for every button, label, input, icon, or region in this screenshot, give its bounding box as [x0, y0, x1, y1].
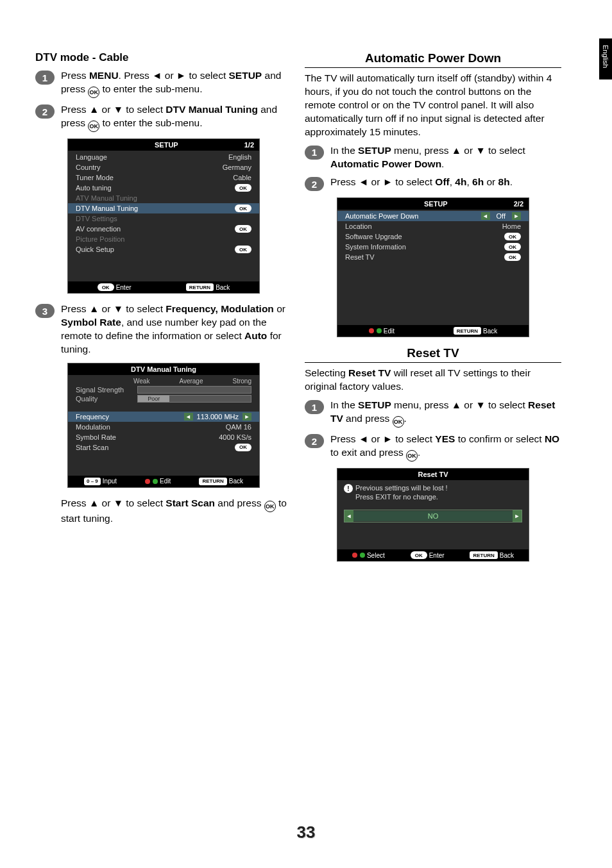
- quality-bar: Poor: [137, 395, 251, 403]
- t: .: [441, 158, 444, 169]
- val: Off: [497, 212, 506, 220]
- ok-icon: OK: [406, 450, 418, 462]
- t: Reset TV: [348, 367, 391, 378]
- lbl: Country: [76, 163, 101, 171]
- lbl: Symbol Rate: [76, 433, 116, 441]
- osd-dtv-manual: DTV Manual Tuning Weak Average Strong Si…: [67, 363, 260, 488]
- language-tab: English: [599, 38, 612, 79]
- row-sym: Symbol Rate4000 KS/s: [68, 432, 259, 442]
- reset-step-2-text: Press ◄ or ► to select YES to confirm or…: [330, 433, 561, 462]
- apd-step-1: 1 In the SETUP menu, press ▲ or ▼ to sel…: [305, 144, 561, 171]
- left-column: DTV mode - Cable 1 Press MENU. Press ◄ o…: [35, 51, 292, 568]
- t: Start Scan: [166, 497, 215, 508]
- t: Press ▲ or ▼ to select: [61, 497, 166, 508]
- osd2-footer: 0 – 9 Input Edit RETURN Back: [68, 476, 259, 487]
- step-3-badge: 3: [35, 304, 55, 318]
- return-pill: RETURN: [454, 327, 481, 335]
- lbl: Frequency: [76, 413, 109, 421]
- t: 8h: [498, 176, 510, 187]
- t: SETUP: [229, 70, 262, 81]
- t: Back: [229, 478, 243, 485]
- osd1-page: 1/2: [244, 141, 254, 149]
- osd-reset: Reset TV !Previous settings will be lost…: [337, 468, 529, 562]
- reset-step-2-badge: 2: [305, 434, 324, 448]
- lbl: DTV Manual Tuning: [76, 204, 138, 212]
- no-selector: ◄ NO ►: [344, 510, 522, 522]
- spacer: [343, 200, 358, 208]
- t: Press ◄ or ► to select: [330, 433, 435, 444]
- spacer: [73, 141, 89, 149]
- t: Edit: [160, 478, 171, 485]
- lbl: AV connection: [76, 225, 121, 233]
- val: 113.000 MHz: [197, 413, 239, 421]
- osd4-footer: Select OK Enter RETURN Back: [337, 549, 529, 561]
- osd2-signal: Weak Average Strong Signal Strength Qual…: [68, 375, 259, 408]
- apd-step-2-badge: 2: [305, 177, 324, 191]
- t: to enter the sub-menu.: [99, 83, 202, 94]
- osd3-title: SETUP: [358, 200, 514, 208]
- footer-back: RETURN Back: [199, 478, 243, 485]
- start-scan-text: Press ▲ or ▼ to select Start Scan and pr…: [61, 497, 292, 526]
- val: QAM 16: [226, 423, 251, 431]
- row-freq: Frequency ◄113.000 MHz►: [68, 412, 259, 422]
- osd1-footer: OK Enter RETURN Back: [68, 281, 259, 293]
- osd4-title: Reset TV: [337, 469, 529, 480]
- row-country: CountryGermany: [68, 162, 259, 172]
- dtv-cable-heading: DTV mode - Cable: [35, 51, 292, 64]
- reset-step-1-text: In the SETUP menu, press ▲ or ▼ to selec…: [330, 399, 561, 428]
- footer-edit: Edit: [369, 327, 395, 335]
- poor-label: Poor: [138, 396, 169, 402]
- lbl-qual: Quality: [76, 395, 133, 403]
- ok-pill: OK: [98, 283, 114, 291]
- apd-title: Automatic Power Down: [305, 51, 561, 68]
- valgrp: ◄Off►: [481, 212, 521, 220]
- lbl-weak: Weak: [133, 378, 149, 385]
- t: to confirm or select: [455, 433, 545, 444]
- footer-enter: OK Enter: [98, 283, 132, 291]
- ok-icon: OK: [264, 501, 276, 512]
- bar-labels: Weak Average Strong: [76, 378, 251, 385]
- apd-desc: The TV will automatically turn itself of…: [305, 72, 561, 139]
- row-dtvs: DTV Settings: [68, 213, 259, 224]
- warn-line-1: !Previous settings will be lost !: [344, 484, 522, 493]
- lbl: Picture Position: [76, 235, 124, 243]
- osd3-titlebar: SETUP 2/2: [337, 198, 529, 210]
- val: Home: [502, 222, 521, 230]
- lbl: Language: [76, 153, 107, 161]
- osd1-title: SETUP: [89, 141, 244, 149]
- footer-select: Select: [352, 551, 385, 559]
- t: Back: [500, 552, 514, 559]
- lbl: Quick Setup: [76, 246, 114, 253]
- t: NO: [545, 433, 559, 444]
- val: OK: [235, 246, 251, 253]
- osd2-body: Frequency ◄113.000 MHz► ModulationQAM 16…: [68, 408, 259, 476]
- val: English: [228, 153, 251, 161]
- val: Cable: [233, 174, 251, 181]
- apd-step-2: 2 Press ◄ or ► to select Off, 4h, 6h or …: [305, 176, 561, 191]
- t: In the: [330, 145, 358, 156]
- row-language: LanguageEnglish: [68, 152, 259, 162]
- t: Auto: [244, 330, 267, 341]
- right-arrow-icon: ►: [512, 212, 521, 220]
- reset-step-1-badge: 1: [305, 400, 324, 414]
- no-label: NO: [353, 511, 513, 521]
- t: YES: [435, 433, 455, 444]
- step-2-text: Press ▲ or ▼ to select DTV Manual Tuning…: [61, 103, 292, 132]
- row-apd: Automatic Power Down ◄Off►: [337, 211, 529, 221]
- left-arrow-icon: ◄: [344, 510, 353, 522]
- signal-strength-row: Signal Strength: [76, 386, 251, 394]
- lbl: ATV Manual Tuning: [76, 194, 137, 202]
- t: Press ▲ or ▼ to select: [61, 104, 166, 115]
- right-arrow-icon: ►: [513, 510, 522, 522]
- lbl: Software Upgrade: [345, 233, 402, 240]
- lbl: Start Scan: [76, 444, 108, 451]
- t: to enter the sub-menu.: [99, 117, 202, 128]
- step-2-badge: 2: [35, 104, 55, 119]
- osd-setup-1: SETUP 1/2 LanguageEnglish CountryGermany…: [67, 138, 260, 294]
- warn-line-2: Press EXIT for no change.: [355, 493, 522, 501]
- t: Enter: [429, 552, 445, 559]
- t: and press: [343, 413, 393, 424]
- t: ,: [466, 176, 472, 187]
- return-pill: RETURN: [186, 283, 214, 291]
- t: Input: [103, 478, 117, 485]
